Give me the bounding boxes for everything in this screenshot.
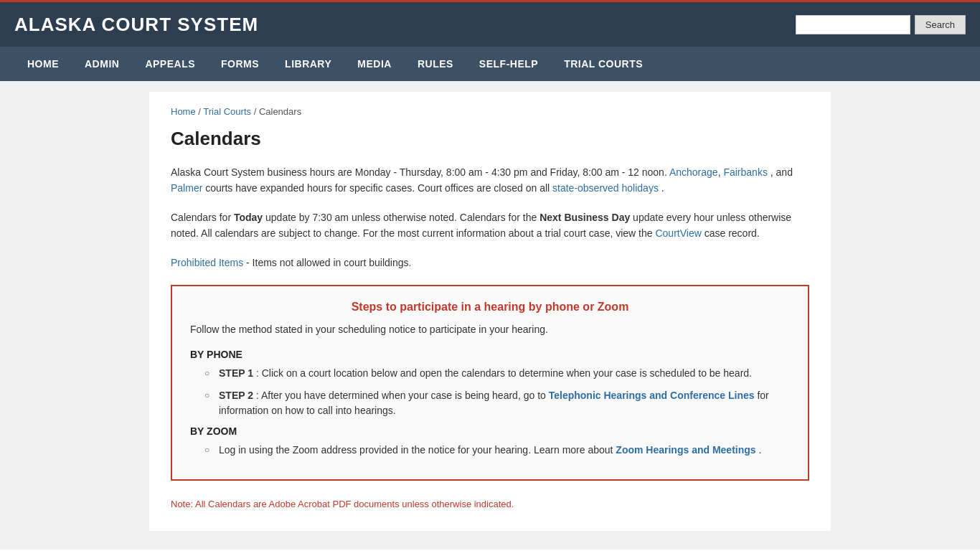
nav-item-self-help[interactable]: SELF-HELP (466, 47, 551, 81)
prohibited-items-link[interactable]: Prohibited Items (171, 257, 243, 268)
prohibited-items-para: Prohibited Items - Items not allowed in … (171, 255, 809, 270)
para1-text3: . (661, 182, 664, 194)
zoom-steps: Log in using the Zoom address provided i… (204, 443, 790, 458)
breadcrumb: Home / Trial Courts / Calendars (171, 106, 809, 117)
para1-and: , and (771, 166, 793, 178)
page-title: Calendars (171, 128, 809, 150)
main-nav: HOMEADMINAPPEALSFORMSLIBRARYMEDIARULESSE… (0, 47, 980, 81)
step2-text1: : After you have determined when your ca… (256, 390, 546, 401)
nbd-label: Next Business Day (540, 212, 630, 223)
para1-text2: courts have expanded hours for specific … (205, 182, 550, 194)
zoom-text1: Log in using the Zoom address provided i… (219, 444, 613, 456)
intro-para: Alaska Court System business hours are M… (171, 164, 809, 197)
today-label: Today (234, 212, 263, 223)
courtview-link[interactable]: CourtView (655, 227, 701, 239)
nav-item-rules[interactable]: RULES (405, 47, 466, 81)
anchorage-link[interactable]: Anchorage (669, 166, 718, 178)
nav-item-media[interactable]: MEDIA (344, 47, 405, 81)
phone-steps: STEP 1 : Click on a court location below… (204, 366, 790, 418)
zoom-hearings-link[interactable]: Zoom Hearings and Meetings (616, 444, 755, 456)
nav-item-appeals[interactable]: APPEALS (132, 47, 208, 81)
nav-item-admin[interactable]: ADMIN (72, 47, 132, 81)
step1-text: : Click on a court location below and op… (256, 367, 752, 379)
site-header: ALASKA COURT SYSTEM Search (0, 0, 980, 47)
steps-title: Steps to participate in a hearing by pho… (190, 301, 790, 314)
nav-item-forms[interactable]: FORMS (208, 47, 272, 81)
by-phone-title: BY PHONE (190, 349, 790, 360)
steps-intro: Follow the method stated in your schedul… (190, 322, 790, 337)
search-input[interactable] (796, 15, 910, 34)
breadcrumb-trial-courts[interactable]: Trial Courts (203, 106, 251, 117)
nav-item-trial-courts[interactable]: TRIAL COURTS (551, 47, 656, 81)
telephonic-link[interactable]: Telephonic Hearings and Conference Lines (549, 390, 755, 401)
bottom-note: Note: All Calendars are Adobe Acrobat PD… (171, 495, 809, 509)
zoom-text2: . (758, 444, 761, 456)
breadcrumb-home[interactable]: Home (171, 106, 196, 117)
prohibited-text: - Items not allowed in court buildings. (246, 257, 411, 268)
step1-item: STEP 1 : Click on a court location below… (204, 366, 790, 381)
nav-item-library[interactable]: LIBRARY (272, 47, 344, 81)
step1-label: STEP 1 (219, 367, 253, 379)
para2-text2: update by 7:30 am unless otherwise noted… (265, 212, 537, 223)
step2-label: STEP 2 (219, 390, 253, 401)
nav-item-home[interactable]: HOME (14, 47, 72, 81)
zoom-item: Log in using the Zoom address provided i… (204, 443, 790, 458)
by-zoom-title: BY ZOOM (190, 425, 790, 437)
holidays-link[interactable]: state-observed holidays (552, 182, 659, 194)
para2-text4: case record. (705, 227, 760, 239)
fairbanks-link[interactable]: Fairbanks (723, 166, 767, 178)
para2-text1: Calendars for (171, 212, 231, 223)
site-title: ALASKA COURT SYSTEM (14, 14, 258, 36)
steps-box: Steps to participate in a hearing by pho… (171, 285, 809, 481)
page-wrapper: Home / Trial Courts / Calendars Calendar… (0, 81, 980, 550)
search-form: Search (796, 15, 966, 34)
calendars-para: Calendars for Today update by 7:30 am un… (171, 209, 809, 242)
search-button[interactable]: Search (915, 15, 966, 34)
content-area: Home / Trial Courts / Calendars Calendar… (149, 92, 831, 531)
palmer-link[interactable]: Palmer (171, 182, 202, 194)
step2-item: STEP 2 : After you have determined when … (204, 388, 790, 418)
para1-text1: Alaska Court System business hours are M… (171, 166, 667, 178)
breadcrumb-current: Calendars (259, 106, 301, 117)
